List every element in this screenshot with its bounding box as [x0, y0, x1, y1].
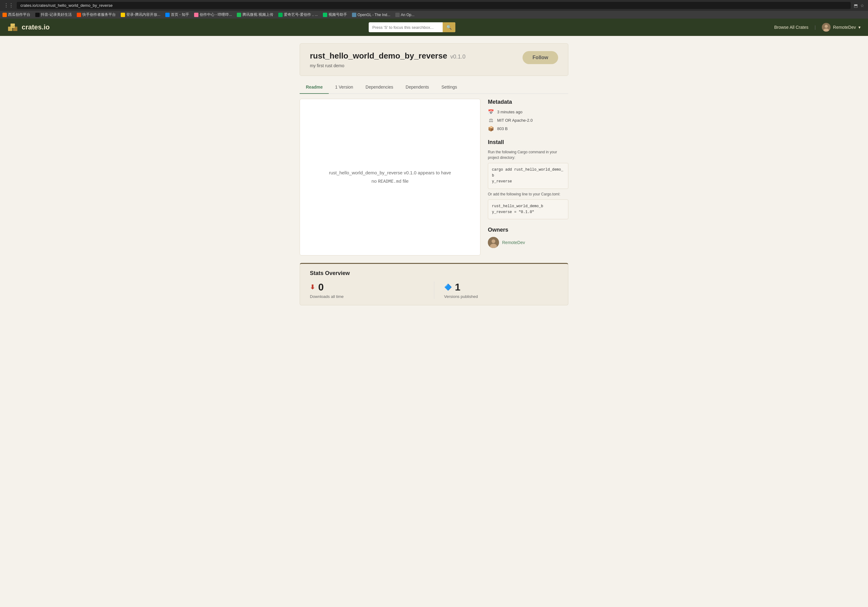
sidebar: Metadata 📅 3 minutes ago ⚖ MIT OR Apache… — [488, 99, 568, 256]
tab-settings[interactable]: Settings — [435, 81, 463, 94]
bookmark-favicon — [77, 13, 81, 17]
user-menu[interactable]: RemoteDev ▾ — [822, 23, 860, 32]
bookmark-label: 首页 - 知乎 — [171, 12, 189, 17]
bookmark-label: 腾讯微视:视频上传 — [242, 12, 273, 17]
readme-panel: rust_hello_world_demo_by_reverse v0.1.0 … — [300, 99, 480, 256]
scale-icon: ⚖ — [488, 117, 494, 123]
logo-area: crates.io — [8, 22, 50, 33]
nav-divider: | — [814, 25, 816, 30]
owner-avatar — [488, 237, 499, 248]
bookmark-label: 快手创作者服务平台 — [82, 12, 116, 17]
bookmark-opengl[interactable]: OpenGL - The Ind... — [352, 13, 391, 17]
content-layout: rust_hello_world_demo_by_reverse v0.1.0 … — [300, 99, 568, 256]
bookmark-star-icon[interactable]: ☆ — [860, 3, 864, 8]
bookmark-label: 登录-腾讯内容开放... — [126, 12, 160, 17]
metadata-title: Metadata — [488, 99, 568, 105]
versions-label: Versions published — [444, 294, 558, 299]
bookmark-shipinhao[interactable]: 视频号助手 — [323, 12, 347, 17]
downloads-count: 0 — [318, 281, 324, 293]
metadata-time: 📅 3 minutes ago — [488, 109, 568, 115]
crate-title-area: rust_hello_world_demo_by_reverse v0.1.0 … — [310, 51, 466, 68]
address-bar[interactable]: crates.io/crates/rust_hello_world_demo_b… — [17, 2, 851, 9]
crate-title: rust_hello_world_demo_by_reverse v0.1.0 — [310, 51, 466, 61]
install-cargo-description: Run the following Cargo command in your … — [488, 149, 568, 160]
crate-name: rust_hello_world_demo_by_reverse — [310, 51, 447, 61]
metadata-size: 📦 803 B — [488, 126, 568, 132]
metadata-time-text: 3 minutes ago — [497, 110, 522, 114]
svg-point-9 — [491, 239, 495, 243]
user-avatar — [822, 23, 831, 32]
bookmark-bilibili[interactable]: 创作中心 - 哔哩哔... — [194, 12, 232, 17]
stats-section: Stats Overview ⬇ 0 Downloads all time 🔷 … — [300, 263, 568, 305]
versions-count: 1 — [455, 281, 460, 293]
bookmark-label: 创作中心 - 哔哩哔... — [200, 12, 232, 17]
stat-versions-number: 🔷 1 — [444, 281, 558, 293]
cast-icon[interactable]: ⬒ — [854, 3, 858, 8]
browser-actions: ⬒ ☆ — [854, 3, 864, 8]
bookmark-favicon — [35, 13, 40, 17]
metadata-section: Metadata 📅 3 minutes ago ⚖ MIT OR Apache… — [488, 99, 568, 132]
stats-title: Stats Overview — [310, 270, 558, 276]
browser-chrome: ⋮⋮ crates.io/crates/rust_hello_world_dem… — [0, 0, 868, 11]
bookmark-weishi[interactable]: 腾讯微视:视频上传 — [237, 12, 273, 17]
owners-section: Owners RemoteDev — [488, 227, 568, 248]
bookmark-label: 爱奇艺号-爱创作，... — [284, 12, 318, 17]
tab-versions[interactable]: 1 Version — [329, 81, 359, 94]
calendar-icon: 📅 — [488, 109, 494, 115]
tab-dependents[interactable]: Dependents — [399, 81, 435, 94]
bookmark-label: 西瓜创作平台 — [8, 12, 30, 17]
metadata-size-text: 803 B — [497, 126, 508, 131]
crate-header: rust_hello_world_demo_by_reverse v0.1.0 … — [300, 43, 568, 76]
owners-area: RemoteDev — [488, 237, 568, 248]
install-toml-description: Or add the following line to your Cargo.… — [488, 191, 568, 197]
bookmark-label: 视频号助手 — [329, 12, 347, 17]
bookmark-favicon — [165, 13, 170, 17]
search-button[interactable]: 🔍 — [443, 22, 455, 32]
install-cargo-command[interactable]: cargo add rust_hello_world_demo_b y_reve… — [488, 163, 568, 189]
user-name: RemoteDev — [833, 25, 856, 30]
svg-rect-2 — [11, 23, 15, 28]
metadata-license: ⚖ MIT OR Apache-2.0 — [488, 117, 568, 123]
tab-readme[interactable]: Readme — [300, 81, 329, 94]
owners-title: Owners — [488, 227, 568, 233]
crate-version: v0.1.0 — [450, 54, 466, 60]
bookmarks-bar: 西瓜创作平台 抖音-记录美好生活 快手创作者服务平台 登录-腾讯内容开放... … — [0, 11, 868, 19]
address-text: crates.io/crates/rust_hello_world_demo_b… — [20, 3, 113, 8]
user-menu-chevron[interactable]: ▾ — [859, 25, 860, 30]
search-input[interactable] — [369, 23, 443, 32]
bookmark-favicon — [121, 13, 125, 17]
readme-filename: README.md — [378, 179, 401, 184]
site-header: crates.io 🔍 Browse All Crates | RemoteDe… — [0, 19, 868, 36]
stat-versions: 🔷 1 Versions published — [444, 281, 558, 299]
site-logo-text[interactable]: crates.io — [22, 23, 50, 31]
readme-line2-suffix: file — [401, 179, 409, 184]
install-toml-line[interactable]: rust_hello_world_demo_b y_reverse = "0.1… — [488, 199, 568, 219]
versions-icon: 🔷 — [444, 283, 452, 291]
bookmark-other[interactable]: An Op... — [395, 13, 414, 17]
bookmark-iqiyi[interactable]: 爱奇艺号-爱创作，... — [278, 12, 318, 17]
package-icon: 📦 — [488, 126, 494, 132]
svg-point-6 — [825, 25, 828, 28]
bookmark-tencent[interactable]: 登录-腾讯内容开放... — [121, 12, 160, 17]
browse-all-link[interactable]: Browse All Crates — [774, 25, 808, 30]
search-bar[interactable]: 🔍 — [369, 22, 455, 32]
bookmark-favicon — [352, 13, 356, 17]
bookmark-douyin[interactable]: 抖音-记录美好生活 — [35, 12, 72, 17]
bookmark-xigua[interactable]: 西瓜创作平台 — [3, 12, 30, 17]
readme-placeholder-text: rust_hello_world_demo_by_reverse v0.1.0 … — [329, 168, 451, 186]
owner-name[interactable]: RemoteDev — [502, 240, 525, 245]
tab-dependencies[interactable]: Dependencies — [360, 81, 400, 94]
bookmark-label: OpenGL - The Ind... — [358, 13, 391, 17]
bookmark-favicon — [395, 13, 400, 17]
nav-area: Browse All Crates | RemoteDev ▾ — [774, 23, 860, 32]
browser-menu-icon[interactable]: ⋮⋮ — [4, 3, 14, 8]
stats-grid: ⬇ 0 Downloads all time 🔷 1 Versions publ… — [310, 281, 558, 299]
follow-button[interactable]: Follow — [522, 51, 558, 64]
bookmark-favicon — [3, 13, 7, 17]
tabs: Readme 1 Version Dependencies Dependents… — [300, 81, 568, 94]
bookmark-zhihu[interactable]: 首页 - 知乎 — [165, 12, 189, 17]
crates-logo-icon — [8, 22, 19, 33]
metadata-license-text: MIT OR Apache-2.0 — [497, 118, 533, 123]
bookmark-kuaishou[interactable]: 快手创作者服务平台 — [77, 12, 116, 17]
stat-downloads: ⬇ 0 Downloads all time — [310, 281, 434, 299]
